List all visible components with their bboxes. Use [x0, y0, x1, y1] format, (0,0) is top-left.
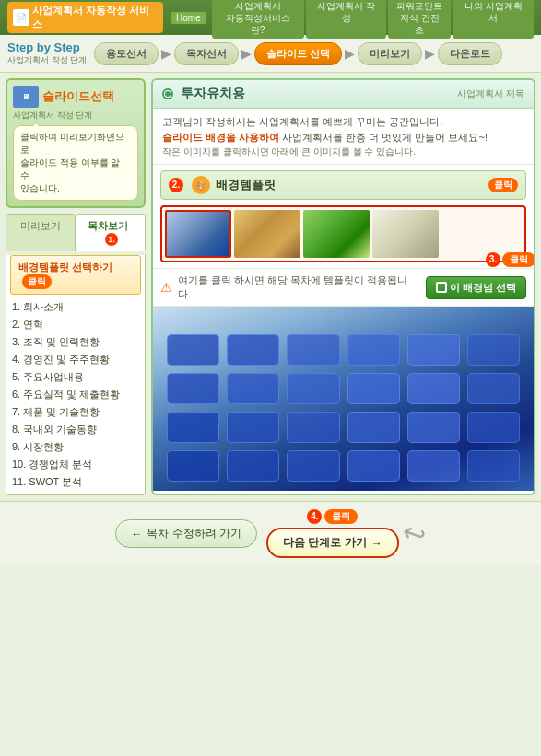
list-item[interactable]: 11. SWOT 분석 — [12, 473, 141, 491]
step-1[interactable]: 용도선서 — [94, 42, 159, 65]
calc-key — [467, 412, 520, 443]
step4-area: 4. 클릭 다음 단계로 가기 → — [266, 509, 399, 558]
badge-3: 3. — [486, 252, 500, 267]
step-btn-1[interactable]: 용도선서 — [94, 42, 159, 65]
desc-line-1: 고객님이 작성하시는 사업계획서를 예쁘게 꾸미는 공간입니다. — [162, 114, 524, 130]
thumbnail-3[interactable] — [303, 210, 370, 258]
calc-key — [167, 373, 219, 404]
list-item[interactable]: 6. 주요실적 및 제출현황 — [12, 386, 141, 403]
desc-line-2: 슬라이드 배경을 사용하여 사업계획서를 한층 더 멋있게 만들어 보세요~! — [162, 130, 524, 145]
tab-contents[interactable]: 목차보기 1. — [76, 214, 146, 251]
step-4[interactable]: 미리보기 — [358, 42, 422, 65]
list-item[interactable]: 8. 국내외 기술동향 — [12, 421, 141, 438]
logo-icon: 📄 — [13, 9, 29, 26]
calc-key — [227, 373, 279, 404]
click-label-bottom: 클릭 — [324, 509, 358, 524]
slide-select-banner: 🖥 슬라이드선택 사업계획서 작성 단계 클릭하여 미리보기화면으로슬라이드 적… — [6, 78, 146, 208]
desc-text-2: 사업계획서를 한층 더 멋있게 만들어 보세요~! — [282, 132, 488, 143]
warning-icon: ⚠ — [160, 280, 172, 295]
badge-4: 4. — [307, 509, 322, 524]
step-subtitle: 사업계획서 작성 단계 — [7, 54, 87, 66]
nav-item-3[interactable]: 파워포인트지식 건진초 — [388, 0, 451, 39]
radio-icon — [162, 88, 173, 99]
thumbnail-strip[interactable] — [160, 205, 526, 262]
step-3[interactable]: 슬라이드 선택 — [254, 42, 342, 65]
calc-key — [407, 450, 460, 482]
step-by-step-label: Step by Step 사업계획서 작성 단계 — [7, 41, 87, 66]
bottom-nav: ← 목차 수정하려 가기 4. 클릭 다음 단계로 가기 → ↩ — [0, 501, 541, 565]
back-btn-label: 목차 수정하려 가기 — [147, 526, 241, 541]
right-header-title: 투자유치용 — [181, 86, 245, 102]
click-label-2-area: 클릭 — [485, 178, 518, 192]
nav-item-4[interactable]: 나의 사업계획서 — [453, 0, 534, 39]
back-arrow: ← — [131, 528, 142, 541]
calc-key — [287, 373, 339, 404]
calc-key — [467, 334, 520, 366]
apply-btn[interactable]: 이 배경넘 선택 — [426, 276, 526, 299]
step-btn-3[interactable]: 슬라이드 선택 — [254, 42, 342, 65]
step-arrow-1: ▶ — [161, 46, 171, 61]
desc-highlight: 슬라이드 배경을 사용하여 — [162, 132, 279, 143]
apply-text: 여기를 클릭 하시면 해당 목차에 템플릿이 적용됩니다. — [178, 273, 420, 301]
step-btn-4[interactable]: 미리보기 — [358, 42, 422, 65]
thumbnail-1[interactable] — [165, 210, 231, 258]
select-template-btn[interactable]: 배경템플릿 선택하기 클릭 — [10, 255, 141, 295]
thumbnail-2[interactable] — [234, 210, 300, 258]
list-item[interactable]: 9. 시장현황 — [12, 438, 141, 456]
step-bar: Step by Step 사업계획서 작성 단계 용도선서 ▶ 목자선서 ▶ 슬… — [0, 35, 541, 73]
header-home-link[interactable]: Home — [171, 12, 206, 24]
list-item[interactable]: 5. 주요사업내용 — [12, 368, 141, 386]
header-nav: 사업계획서자동작성서비스란? 사업계획서 작성 파워포인트지식 건진초 나의 사… — [212, 0, 534, 39]
list-item[interactable]: 10. 경쟁업체 분석 — [12, 456, 141, 473]
thumbnail-4[interactable] — [372, 210, 439, 258]
template-section: 2. 🎨 배경템플릿 클릭 — [153, 165, 534, 269]
apply-btn-label: 이 배경넘 선택 — [450, 281, 516, 295]
banner-title-text: 슬라이드선택 — [42, 88, 114, 105]
sidebar-nav-list: 1. 회사소개 2. 연혁 3. 조직 및 인력현황 4. 경영진 및 주주현황… — [6, 297, 145, 494]
calc-key — [167, 450, 219, 482]
list-item[interactable]: 3. 조직 및 인력현황 — [12, 333, 141, 351]
calc-key — [167, 412, 219, 443]
step4-badge: 4. 클릭 — [307, 509, 358, 524]
right-header-sub: 사업계획서 제목 — [457, 87, 524, 100]
step-5[interactable]: 다운로드 — [438, 42, 502, 65]
click-label-1: 클릭 — [22, 274, 52, 289]
header-title: 사업계획서 자동작성 서비스 — [32, 4, 158, 31]
calc-key — [347, 450, 400, 482]
sidebar-list-box: 배경템플릿 선택하기 클릭 1. 회사소개 2. 연혁 3. 조직 및 인력현황… — [6, 255, 146, 495]
select-template-label: 배경템플릿 선택하기 — [18, 262, 112, 273]
calc-key — [407, 373, 460, 404]
list-item[interactable]: 1. 회사소개 — [12, 298, 141, 316]
calc-key — [347, 412, 400, 443]
list-item[interactable]: 7. 제품 및 기술현황 — [12, 403, 141, 421]
nav-item-2[interactable]: 사업계획서 작성 — [306, 0, 387, 39]
calc-key — [467, 450, 520, 482]
next-btn-label: 다음 단계로 가기 — [283, 535, 367, 551]
banner-title: 🖥 슬라이드선택 — [13, 86, 138, 108]
step-arrow-2: ▶ — [241, 46, 252, 61]
back-btn[interactable]: ← 목차 수정하려 가기 — [115, 519, 257, 548]
calc-key — [347, 334, 400, 366]
desc-small: 작은 이미지를 클릭하시면 아래에 큰 이미지를 볼 수 있습니다. — [162, 145, 524, 158]
preview-area — [153, 307, 534, 491]
step-btn-2[interactable]: 목자선서 — [174, 42, 239, 65]
step-2[interactable]: 목자선서 — [174, 42, 239, 65]
step-btn-5[interactable]: 다운로드 — [438, 42, 502, 65]
list-item[interactable]: 2. 연혁 — [12, 316, 141, 333]
calc-key — [287, 450, 339, 482]
next-btn[interactable]: 다음 단계로 가기 → — [266, 528, 399, 558]
next-arrow: → — [371, 537, 382, 550]
calc-key — [407, 412, 460, 443]
list-item[interactable]: 4. 경영진 및 주주현황 — [12, 351, 141, 368]
calc-key — [287, 412, 339, 443]
calc-key — [167, 334, 219, 366]
apply-btn-icon — [436, 282, 447, 293]
calc-key — [227, 412, 279, 443]
right-description: 고객님이 작성하시는 사업계획서를 예쁘게 꾸미는 공간입니다. 슬라이드 배경… — [153, 109, 534, 165]
click-label-2: 클릭 — [488, 178, 518, 192]
calc-key — [467, 373, 520, 404]
tab-preview[interactable]: 미리보기 — [6, 214, 76, 251]
template-header: 2. 🎨 배경템플릿 클릭 — [160, 170, 526, 200]
calc-keys — [167, 334, 520, 482]
nav-item-1[interactable]: 사업계획서자동작성서비스란? — [212, 0, 304, 39]
